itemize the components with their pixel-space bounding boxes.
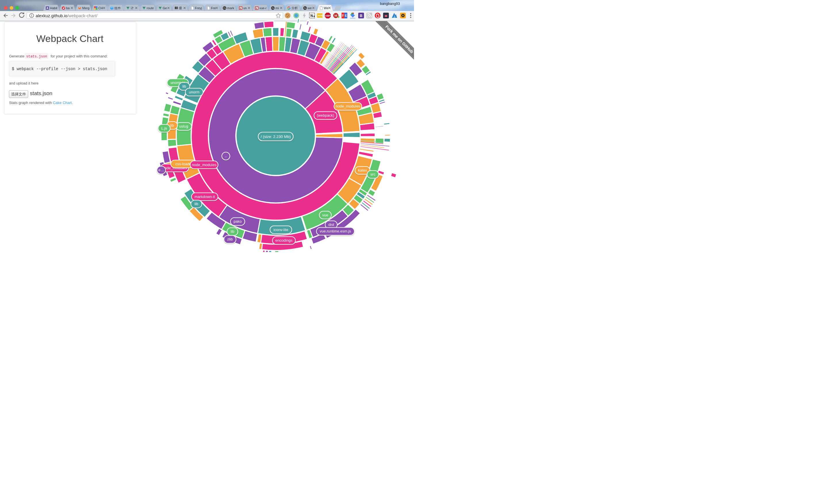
svg-text:vue: vue xyxy=(322,213,328,217)
svg-text:We: We xyxy=(324,6,328,10)
svg-text:Generate: Generate xyxy=(9,54,25,58)
svg-text:katex: katex xyxy=(358,168,367,172)
svg-text:ABP: ABP xyxy=(325,14,330,17)
svg-text:and upload it here: and upload it here xyxy=(9,81,39,85)
svg-text:Fork me on GitHub: Fork me on GitHub xyxy=(384,25,414,54)
svg-text:Stats graph rendered with Cake: Stats graph rendered with Cake Chart. xyxy=(9,101,73,105)
svg-text:F: F xyxy=(342,14,344,17)
svg-text:(webpack): (webpack) xyxy=(317,113,334,118)
svg-text:iconv-lite: iconv-lite xyxy=(274,228,288,232)
svg-text:选择文件: 选择文件 xyxy=(11,92,26,96)
svg-text:CH: CH xyxy=(98,6,103,10)
svg-text:Fre: Fre xyxy=(211,6,216,10)
svg-text:B: B xyxy=(360,13,362,18)
svg-text:markdown-it: markdown-it xyxy=(195,194,215,199)
svg-text:un: un xyxy=(243,6,247,10)
svg-text:route: route xyxy=(147,6,154,10)
svg-text:分析: 分析 xyxy=(292,6,298,10)
svg-text:lib: lib xyxy=(194,202,198,206)
svg-text:src: src xyxy=(370,172,375,176)
svg-text:N: N xyxy=(310,14,313,18)
svg-text:node_modules: node_modules xyxy=(335,104,360,108)
svg-text:pako: pako xyxy=(234,219,242,224)
svg-text:stats.json: stats.json xyxy=(26,55,47,59)
svg-text:lib: lib xyxy=(170,123,174,128)
svg-text:/ (size: 2.230 Mb): / (size: 2.230 Mb) xyxy=(261,134,291,139)
svg-text:zlib: zlib xyxy=(227,237,233,241)
svg-text:bangbang93: bangbang93 xyxy=(380,2,400,6)
svg-text:E: E xyxy=(345,14,347,17)
svg-text:Freyj: Freyj xyxy=(195,6,202,10)
svg-text:ba: ba xyxy=(66,6,70,10)
svg-text:L.js: L.js xyxy=(161,126,167,131)
svg-text:vue.runtime.esm.js: vue.runtime.esm.js xyxy=(320,229,351,233)
svg-text:unorm: unorm xyxy=(189,90,200,94)
svg-text:vue-r: vue-r xyxy=(259,6,266,10)
svg-text:we: we xyxy=(307,6,312,10)
svg-text:Merg: Merg xyxy=(82,6,89,10)
svg-text:stats.json: stats.json xyxy=(30,90,52,96)
svg-text:mark: mark xyxy=(227,6,234,10)
svg-text:alexkuz.github.io/webpack-char: alexkuz.github.io/webpack-chart/ xyxy=(36,13,98,18)
svg-text:uslug: uslug xyxy=(179,124,188,129)
svg-text:组件: 组件 xyxy=(115,6,121,10)
svg-text:Habit: Habit xyxy=(50,6,57,10)
svg-text:lib: lib xyxy=(231,229,234,234)
svg-text:Webpack Chart: Webpack Chart xyxy=(36,33,104,44)
svg-text:M: M xyxy=(334,14,337,17)
svg-text:encodings: encodings xyxy=(276,238,293,242)
svg-text:计: 计 xyxy=(130,6,134,10)
svg-text:e…: e… xyxy=(158,168,164,172)
svg-text:$ webpack --profile --json > s: $ webpack --profile --json > stats.json xyxy=(12,67,107,71)
svg-text:..: .. xyxy=(225,154,227,158)
svg-text:缓: 缓 xyxy=(179,6,182,10)
svg-text:node_modules: node_modules xyxy=(192,163,216,167)
svg-text:lib: lib xyxy=(182,84,186,89)
svg-text:dist: dist xyxy=(328,222,334,227)
svg-text:Ge: Ge xyxy=(163,6,167,10)
svg-text:for your project with this com: for your project with this command: xyxy=(51,54,108,58)
svg-text:mi: mi xyxy=(276,6,279,10)
